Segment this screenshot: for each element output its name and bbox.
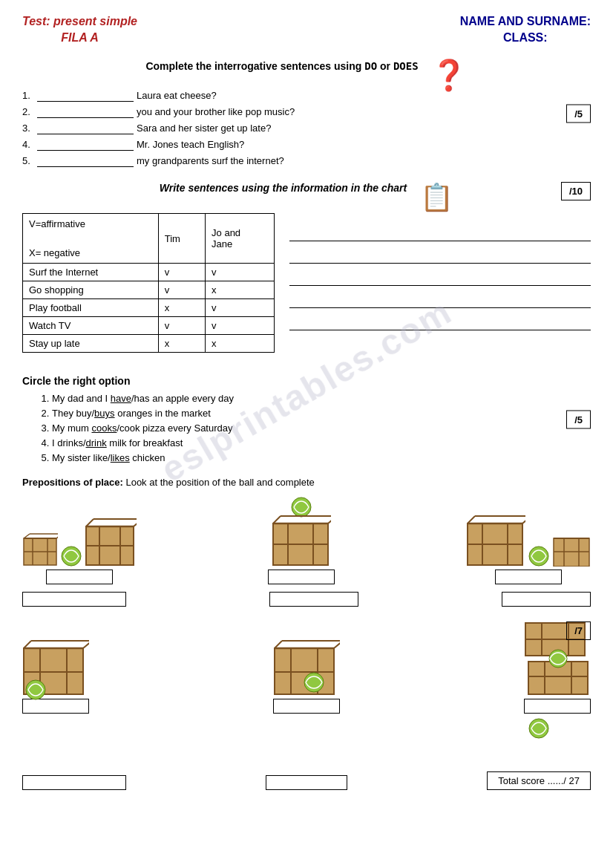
crate-scene-2: [272, 497, 331, 567]
blank-input[interactable]: [37, 90, 134, 102]
svg-point-34: [529, 546, 548, 566]
svg-line-55: [334, 641, 340, 648]
question-item: 5. my grandparents surf the internet?: [22, 155, 591, 167]
answer-line[interactable]: [289, 265, 591, 286]
section1-title: Complete the interrogative sentences usi…: [145, 60, 418, 72]
chart-answer-lines: [289, 213, 591, 332]
section1: Complete the interrogative sentences usi…: [22, 60, 591, 167]
row-shopping: Go shopping: [23, 281, 159, 299]
questions-list: 1. Laura eat cheese? 2. you and your bro…: [22, 90, 591, 167]
section4: Prepositions of place: Look at the posit…: [22, 477, 591, 790]
circle-list: My dad and I have/has an apple every day…: [22, 393, 591, 463]
answer-input-bottom-mid[interactable]: [266, 775, 347, 790]
small-crate-icon: [22, 532, 58, 567]
svg-line-31: [468, 516, 475, 523]
blank-input[interactable]: [37, 139, 134, 151]
crate-cell-5: [273, 639, 340, 714]
big-crate-icon: [85, 518, 137, 567]
row-football: Play football: [23, 299, 159, 317]
col-jo: Jo andJane: [206, 213, 275, 264]
total-score-box: Total score ....../ 27: [487, 771, 591, 790]
answer-input-6[interactable]: [524, 699, 591, 714]
answer-input-4[interactable]: [22, 699, 89, 714]
list-item: I drinks/drink milk for breakfast: [52, 437, 591, 448]
cell-v: v: [158, 317, 205, 335]
prep-row1: [22, 497, 591, 584]
q-num: 1.: [22, 90, 37, 101]
answer-line[interactable]: [289, 243, 591, 264]
q-text: Mr. Jones teach English?: [137, 139, 244, 150]
table-legend: V=affirmative X= negative: [23, 213, 159, 264]
prep-title-normal: Look at the position of the ball and com…: [123, 477, 315, 488]
cell-x: x: [158, 335, 205, 353]
bottom-center-crate: [266, 775, 347, 790]
answer-input-1[interactable]: [46, 570, 113, 584]
crate-icon: [272, 515, 331, 567]
section2: Write sentences using the information in…: [22, 182, 591, 361]
answer-input-right[interactable]: [502, 592, 591, 607]
section3-title: Circle the right option: [22, 375, 591, 387]
answer-line[interactable]: [289, 287, 591, 308]
crate-icon: [466, 515, 525, 567]
svg-line-6: [56, 534, 58, 538]
answer-input-5[interactable]: [273, 699, 340, 714]
tennis-ball-icon: [25, 679, 46, 700]
question-mark-icon: ❓: [430, 60, 468, 90]
chart-area: V=affirmative X= negative Tim Jo andJane…: [22, 213, 591, 361]
question-item: 3. Sara and her sister get up late?: [22, 123, 591, 134]
svg-line-45: [24, 641, 31, 648]
answer-input-mid[interactable]: [269, 592, 358, 607]
svg-rect-35: [554, 538, 589, 567]
cell-v: v: [206, 317, 275, 335]
answer-line[interactable]: [289, 221, 591, 241]
crate-cell-3: [466, 515, 591, 584]
crate-scene-3: [466, 515, 591, 567]
s1-do: DO: [364, 60, 377, 72]
q-text: Sara and her sister get up late?: [137, 123, 271, 134]
svg-line-54: [275, 641, 282, 648]
prep-row3: /7: [22, 621, 591, 714]
answer-line[interactable]: [289, 310, 591, 330]
svg-point-57: [304, 673, 324, 692]
answer-input-bottom-left[interactable]: [22, 775, 126, 790]
section3: Circle the right option My dad and I hav…: [22, 375, 591, 463]
score-box-section4: /7: [566, 621, 591, 640]
crate-cell-2: [268, 497, 335, 584]
blank-input[interactable]: [37, 123, 134, 134]
svg-line-15: [134, 519, 137, 526]
col-tim: Tim: [158, 213, 205, 264]
row-late: Stay up late: [23, 335, 159, 353]
s1-title-pre: Complete the interrogative sentences: [145, 60, 331, 72]
answer-input-left[interactable]: [22, 592, 126, 607]
s1-title-post: using: [334, 60, 364, 72]
svg-line-32: [522, 516, 525, 523]
cell-x: x: [206, 281, 275, 299]
tennis-ball-icon: [528, 718, 549, 739]
crate-cell-4: [22, 639, 89, 714]
bottom-right-area: Total score ....../ 27: [487, 718, 591, 790]
answer-input-3[interactable]: [495, 570, 562, 584]
answer-input-2[interactable]: [268, 570, 335, 584]
name-label: NAME AND SURNAME:: [460, 13, 591, 30]
tennis-ball-icon: [61, 546, 82, 567]
row-surf: Surf the Internet: [23, 264, 159, 281]
s1-or: or: [380, 60, 393, 72]
class-label: CLASS:: [460, 30, 591, 46]
question-item: 2. you and your brother like pop music?: [22, 106, 591, 118]
s1-does: DOES: [393, 60, 419, 72]
score-box-section1: /5: [566, 104, 591, 123]
row-tv: Watch TV: [23, 317, 159, 335]
cell-v: v: [158, 264, 205, 281]
svg-point-48: [26, 680, 45, 699]
blank-input[interactable]: [37, 106, 134, 118]
cell-x: x: [206, 335, 275, 353]
prep-title-bold: Prepositions of place:: [22, 477, 123, 488]
name-class-header: NAME AND SURNAME: CLASS:: [460, 13, 591, 47]
title-line2: FILA A: [22, 30, 137, 46]
question-item: 1. Laura eat cheese?: [22, 90, 591, 102]
tennis-ball-icon: [528, 546, 549, 567]
q-num: 4.: [22, 139, 37, 150]
list-item: They buy/buys oranges in the market: [52, 408, 591, 419]
q-num: 3.: [22, 123, 37, 134]
blank-input[interactable]: [37, 155, 134, 167]
